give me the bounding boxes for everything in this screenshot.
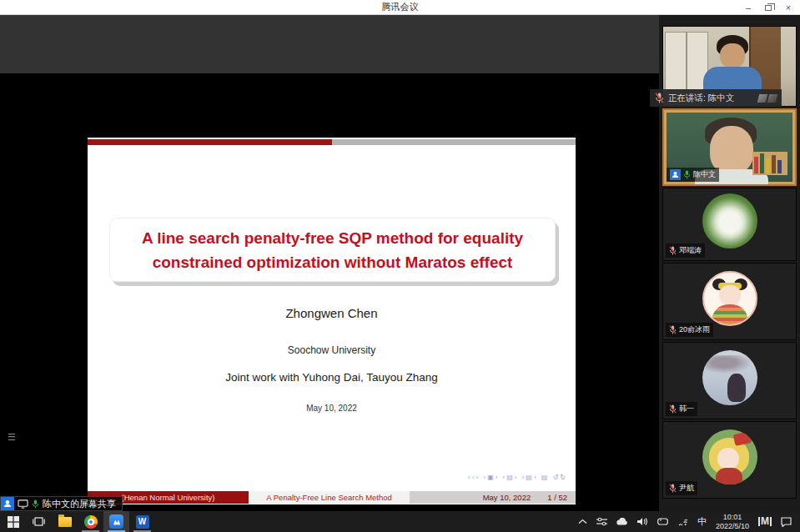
slide-title-line1: A line search penalty-free SQP method fo… [142,226,523,250]
slide-affiliation: Soochow University [88,344,576,356]
ime-indicator[interactable]: 中 [697,515,707,528]
participant-name: 韩一 [679,404,694,414]
annotation-toolbar-icon[interactable]: ☰ [3,430,20,444]
avatar-detail [732,431,751,446]
tray-device-icon[interactable] [657,518,668,525]
slide-footer-short-title: A Penalty-Free Line Search Method [249,491,410,504]
tray-cloud-icon[interactable] [616,518,628,525]
start-button[interactable] [0,511,26,532]
taskbar-clock[interactable]: 10:01 2022/5/10 [716,513,749,530]
participant-tile-4[interactable]: 20俞冰雨 [662,263,797,340]
word-button[interactable]: W [129,511,155,532]
tray-chevron-up-icon[interactable] [578,519,587,524]
avatar-detail [706,355,752,374]
shared-screen-stage: A line search penalty-free SQP method fo… [0,73,659,511]
participant-name: 20俞冰雨 [679,324,710,335]
slide-joint-work: Joint work with Yuhong Dai, Tauyou Zhang [88,371,576,384]
mic-muted-icon [655,93,664,103]
slide-footer-page: 1 / 52 [547,493,567,502]
participant-name-tag: 20俞冰雨 [666,323,713,337]
mic-muted-icon [669,325,677,334]
avatar [702,429,757,484]
avatar-detail [727,374,746,402]
slide-title-box: A line search penalty-free SQP method fo… [109,218,556,282]
slide-top-bar-grey [332,139,576,145]
close-icon: × [786,3,791,13]
maximize-button[interactable] [758,0,778,15]
participant-name-tag: 韩一 [666,402,697,416]
participant-name: 邓端涛 [679,245,702,256]
volume-wave-icon [758,94,777,103]
chrome-icon [84,515,98,529]
screen-share-label-bar: 陈中文的屏幕共享 [0,496,123,511]
avatar-detail [717,448,739,469]
participant-name: 陈中文 [693,169,716,180]
taskbar-date: 2022/5/10 [716,522,749,531]
chrome-button[interactable] [78,511,103,532]
slide-title: A line search penalty-free SQP method fo… [142,226,523,274]
window-titlebar: 腾讯会议 – × [0,0,800,15]
avatar [702,271,757,326]
app-m-tray-icon[interactable]: M [758,517,772,526]
slide-date: May 10, 2022 [88,404,576,413]
screen-share-icon [18,499,28,509]
presentation-slide: A line search penalty-free SQP method fo… [88,138,576,504]
word-icon: W [136,515,149,529]
mic-muted-icon [669,484,677,493]
tray-settings-sliders-icon[interactable] [596,517,607,526]
avatar-detail [716,468,742,484]
shared-screen-area: A line search penalty-free SQP method fo… [0,15,659,511]
file-explorer-button[interactable] [52,511,78,532]
mic-muted-icon [669,404,677,414]
action-center-icon[interactable] [781,517,792,527]
participant-tile-3[interactable]: 邓端涛 [662,188,797,261]
participant-name-tag: 邓端涛 [666,243,705,258]
participant-name: 尹航 [679,483,694,494]
mic-on-icon [32,499,39,509]
maximize-icon [765,5,772,11]
avatar [702,350,757,405]
participant-video-2-active-speaker[interactable]: 陈中文 [662,108,797,186]
task-view-icon [33,516,45,527]
participant-name-tag: 尹航 [666,481,697,495]
screen-share-label: 陈中文的屏幕共享 [43,498,116,510]
participant-tile-5[interactable]: 韩一 [662,342,797,419]
speaking-indicator-text: 正在讲话: 陈中文 [668,93,734,104]
person-face [720,43,745,68]
tray-speaker-icon[interactable] [637,517,648,526]
slide-footer-right: May 10, 2022 1 / 52 [410,491,576,504]
participant-name-tag: 陈中文 [667,168,719,182]
minimize-icon: – [746,3,751,13]
slide-footer: (Henan Normal University) A Penalty-Free… [88,491,576,504]
tray-network-icon[interactable] [677,517,688,526]
host-badge-icon [670,169,681,180]
task-view-button[interactable] [26,511,52,532]
wave-shape [767,94,777,103]
windows-logo-icon [8,516,19,528]
tencent-meeting-icon [109,514,123,529]
taskbar: W 中 [0,511,800,532]
folder-icon [58,517,72,527]
slide-footer-date: May 10, 2022 [483,493,531,502]
beamer-navigation-icons[interactable]: ‹▫› ‹▣› ‹▤› ‹▤› ▤ ↺↻ [468,474,567,481]
slide-top-bar [88,139,576,145]
participant-tile-6[interactable]: 尹航 [662,421,797,499]
taskbar-time: 10:01 [723,513,742,522]
mic-on-icon [683,170,691,179]
avatar-detail [719,285,741,305]
avatar [702,193,757,248]
close-button[interactable]: × [778,0,798,15]
sharer-badge-icon [1,497,14,510]
slide-top-bar-red [88,139,332,145]
wave-shape [757,94,767,103]
window-title: 腾讯会议 [382,1,419,13]
minimize-button[interactable]: – [738,0,758,15]
speaking-indicator-banner: 正在讲话: 陈中文 [650,89,782,107]
avatar-detail [712,304,748,326]
slide-author: Zhongwen Chen [88,306,576,320]
office-cabinet [665,32,708,90]
mic-muted-icon [669,246,677,255]
tencent-meeting-button[interactable] [103,511,129,532]
slide-title-line2: constrained optimization without Maratos… [142,250,523,274]
system-tray: 中 10:01 2022/5/10 M [578,513,800,530]
